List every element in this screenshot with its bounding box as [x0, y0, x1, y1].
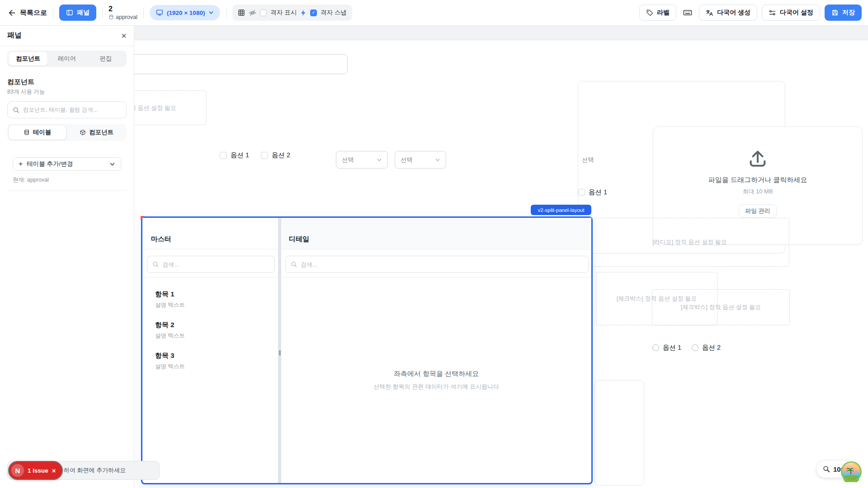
radio-label: 옵션 2 [702, 343, 721, 352]
close-icon[interactable]: × [121, 31, 127, 40]
top-toolbar: 목록으로 패널 2 approval [0, 0, 868, 26]
save-button[interactable]: 저장 [825, 5, 862, 21]
selected-component-badge: v2-split-panel-layout [531, 205, 591, 215]
divider [226, 7, 226, 18]
list-item-desc: 설명 텍스트 [155, 363, 185, 371]
translate-icon [706, 9, 713, 17]
island-app-icon[interactable] [841, 461, 862, 482]
radio-icon[interactable] [692, 344, 698, 351]
component-search-input[interactable] [23, 107, 121, 113]
components-section-title: 컴포넌트 [7, 78, 127, 86]
i18n-settings-label: 다국어 설정 [780, 9, 813, 17]
toggle-components[interactable]: 컴포넌트 [67, 125, 126, 140]
chevron-down-icon [109, 161, 115, 167]
close-icon[interactable]: × [52, 467, 56, 474]
radio-icon[interactable] [652, 344, 659, 351]
table-badge-label: approval [116, 14, 137, 20]
grid-snap-label: 격자 스냅 [321, 9, 347, 17]
viewport-size-selector[interactable]: (868 × 488) [150, 5, 220, 20]
list-item[interactable]: 항목 3 설명 텍스트 [155, 352, 185, 371]
toolbar-left-group: 목록으로 패널 2 approval [7, 0, 352, 25]
sliders-icon [769, 9, 776, 17]
canvas-checkbox-group: 옵션 1 옵션 2 [220, 151, 290, 160]
panel-toggle-button[interactable]: 패널 [59, 5, 96, 21]
grid-show-checkbox[interactable] [260, 9, 267, 16]
eye-off-icon [249, 9, 256, 17]
grid-snap-checkbox[interactable]: ✓ [310, 9, 317, 16]
canvas-radio-placeholder-box[interactable]: [라디오] 정적 옵션 설정 필요 [590, 218, 789, 267]
list-item-title: 항목 2 [155, 321, 185, 329]
list-item-desc: 설명 텍스트 [155, 332, 185, 340]
plus-icon: + [19, 160, 23, 168]
split-panel-component[interactable]: 마스터 디테일 항목 1 설명 텍스트 항목 2 설명 텍스트 항목 3 설명 … [141, 216, 593, 484]
radio-option-2[interactable]: 옵션 2 [692, 343, 721, 352]
detail-search[interactable] [285, 256, 589, 273]
back-to-list-button[interactable]: 목록으로 [7, 9, 47, 17]
list-item[interactable]: 항목 2 설명 텍스트 [155, 321, 185, 340]
radio-option-1[interactable]: 옵션 1 [652, 343, 681, 352]
single-checkbox-option[interactable]: 옵션 1 [578, 188, 607, 197]
panel-left-icon [66, 9, 73, 16]
toolbar-right-group: 라벨 다국어 생성 [639, 0, 862, 25]
canvas-checkbox-placeholder-box-b[interactable]: [체크박스] 정적 옵션 설정 필요 [652, 289, 790, 325]
grid-settings-group: 격자 표시 ✓ 격자 스냅 [232, 5, 352, 21]
issue-logo: N [11, 464, 24, 477]
lightning-icon [300, 9, 307, 16]
checkbox-icon[interactable] [220, 152, 227, 159]
issue-badge[interactable]: N 1 Issue × [9, 462, 62, 479]
detail-title: 디테일 [289, 235, 309, 244]
canvas-text-input[interactable] [118, 54, 348, 74]
radio-label: 옵션 1 [663, 343, 681, 352]
database-icon [108, 14, 114, 20]
tab-edit[interactable]: 편집 [86, 52, 125, 66]
toggle-tables[interactable]: 테이블 [8, 125, 66, 140]
i18n-generate-button[interactable]: 다국어 생성 [699, 5, 757, 21]
i18n-generate-label: 다국어 생성 [717, 9, 750, 17]
tab-layers[interactable]: 레이어 [47, 52, 86, 66]
panel-button-label: 패널 [77, 9, 90, 17]
divider [102, 7, 103, 18]
detail-empty-state: 좌측에서 항목을 선택하세요 선택한 항목의 관련 데이터가 여기에 표시됩니다 [281, 277, 591, 483]
chevron-down-icon [435, 157, 440, 163]
checkbox-label: 옵션 2 [272, 151, 290, 160]
detail-search-input[interactable] [301, 261, 583, 268]
checkbox-option-2[interactable]: 옵션 2 [261, 151, 290, 160]
list-item[interactable]: 항목 1 설명 텍스트 [155, 290, 185, 309]
canvas-select-1[interactable]: 선택 [336, 151, 388, 169]
canvas-select-text[interactable]: 선택 [582, 156, 594, 164]
checkbox-option-1[interactable]: 옵션 1 [220, 151, 249, 160]
select-value: 선택 [342, 156, 354, 164]
arrow-left-icon [7, 9, 16, 17]
checkbox-icon[interactable] [578, 189, 585, 196]
panel-title: 패널 [7, 31, 22, 40]
toggle-label: 테이블 [33, 128, 52, 136]
list-item-desc: 설명 텍스트 [155, 301, 185, 309]
checkbox-icon[interactable] [261, 152, 268, 159]
add-table-button[interactable]: + 테이블 추가/변경 [13, 157, 121, 171]
chevron-down-icon [377, 157, 382, 163]
list-item-title: 항목 1 [155, 290, 185, 299]
select-value: 선택 [401, 156, 413, 164]
master-search-input[interactable] [162, 261, 269, 268]
tab-components[interactable]: 컴포넌트 [9, 52, 47, 66]
label-button[interactable]: 라벨 [639, 5, 676, 21]
upload-icon [747, 148, 768, 169]
file-manage-button[interactable]: 파일 관리 [739, 204, 777, 218]
master-search[interactable] [147, 256, 275, 273]
search-icon [291, 261, 297, 267]
upload-size-limit: 최대 10 MB [742, 188, 773, 196]
i18n-settings-button[interactable]: 다국어 설정 [762, 5, 820, 21]
component-search[interactable] [7, 101, 127, 118]
source-toggle: 테이블 컴포넌트 [7, 124, 127, 141]
save-icon [831, 9, 839, 16]
monitor-icon [156, 9, 163, 16]
save-button-label: 저장 [842, 9, 855, 17]
pane-resize-handle[interactable] [279, 350, 281, 356]
divider [142, 277, 278, 277]
canvas-select-2[interactable]: 선택 [395, 151, 446, 169]
add-table-label: 테이블 추가/변경 [27, 160, 73, 168]
hint-text: 하여 화면에 추가하세요 [64, 466, 126, 474]
keyboard-shortcuts-button[interactable] [681, 5, 694, 21]
magnifier-icon [823, 465, 830, 473]
current-table-text: 현재: approval [13, 176, 127, 184]
